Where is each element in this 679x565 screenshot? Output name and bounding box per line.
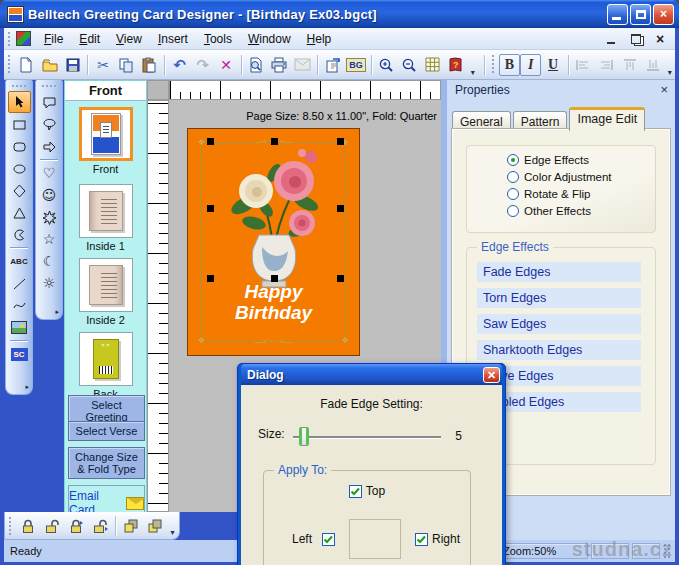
selection-handle-e[interactable] [337, 205, 344, 212]
format-toolbar-grip[interactable] [491, 54, 496, 74]
checkbox-left-box[interactable] [322, 533, 335, 546]
italic-button[interactable]: I [520, 54, 541, 76]
child-minimize-button[interactable] [605, 33, 619, 45]
change-size-fold-button[interactable]: Change Size & Fold Type [68, 447, 145, 479]
palette1-overflow-chevron[interactable]: ▸ [25, 381, 29, 394]
effect-saw-edges[interactable]: Saw Edges [477, 314, 641, 334]
menu-tools[interactable]: Tools [196, 29, 240, 49]
menu-help[interactable]: Help [299, 29, 340, 49]
size-slider[interactable] [293, 436, 441, 438]
toolbar-grip[interactable] [7, 54, 12, 74]
underline-button[interactable]: U [541, 53, 564, 77]
rounded-rectangle-tool[interactable] [8, 135, 31, 157]
radio-edge-effects[interactable]: Edge Effects [507, 154, 655, 166]
lock-icon[interactable] [16, 514, 40, 538]
properties-close-icon[interactable]: × [660, 82, 668, 97]
bold-button[interactable]: B [499, 54, 520, 76]
selection-handle-ne[interactable] [337, 138, 344, 145]
star-tool[interactable]: ☆ [38, 228, 61, 250]
heart-tool[interactable]: ♡ [38, 162, 61, 184]
align-right-icon[interactable] [595, 53, 618, 77]
help-button[interactable]: ? [444, 53, 467, 77]
arrow-right-tool[interactable] [38, 135, 61, 157]
grid-button[interactable] [421, 53, 444, 77]
page-thumb-inside1[interactable]: Inside 1 [65, 184, 146, 252]
selection-handle-nw[interactable] [207, 138, 214, 145]
tab-image-edit[interactable]: Image Edit [569, 107, 645, 131]
menu-window[interactable]: Window [240, 29, 299, 49]
save-button[interactable] [61, 53, 84, 77]
smiley-tool[interactable]: ☺ [38, 184, 61, 206]
line-tool[interactable] [8, 272, 31, 294]
format-toolbar-overflow-chevron[interactable]: ▾ [664, 68, 675, 79]
effect-fade-edges[interactable]: Fade Edges [477, 262, 641, 282]
align-left-icon[interactable] [572, 53, 595, 77]
print-button[interactable] [268, 53, 291, 77]
selection-handle-n[interactable] [271, 138, 278, 145]
radio-icon-other-effects[interactable] [507, 205, 519, 217]
minimize-button[interactable] [607, 4, 628, 25]
menu-view[interactable]: View [108, 29, 150, 49]
child-close-button[interactable]: × [653, 33, 667, 45]
bring-to-front-icon[interactable] [119, 514, 143, 538]
curve-tool[interactable] [8, 294, 31, 316]
menu-insert[interactable]: Insert [150, 29, 196, 49]
cut-button[interactable]: ✂ [91, 53, 114, 77]
radio-rotate-flip[interactable]: Rotate & Flip [507, 188, 655, 200]
page-thumb-inside2[interactable]: Inside 2 [65, 258, 146, 326]
menubar-grip[interactable] [7, 31, 12, 46]
effect-sharktooth-edges[interactable]: Sharktooth Edges [477, 340, 641, 360]
diamond-tool[interactable] [8, 179, 31, 201]
open-button[interactable] [38, 53, 61, 77]
radio-icon-edge-effects[interactable] [507, 154, 519, 166]
text-tool[interactable]: ABC [8, 250, 31, 272]
page-properties-button[interactable] [321, 53, 344, 77]
burst-tool[interactable] [38, 206, 61, 228]
palette2-grip[interactable] [41, 84, 57, 88]
redo-button[interactable]: ↷ [191, 53, 214, 77]
sun-tool[interactable]: ☼ [38, 272, 61, 294]
page-thumb-back[interactable]: Back [65, 332, 146, 400]
thought-bubble-tool[interactable] [38, 113, 61, 135]
dialog-close-button[interactable]: ✕ [483, 367, 500, 383]
ellipse-tool[interactable] [8, 157, 31, 179]
size-slider-thumb[interactable] [299, 427, 309, 446]
flower-vase-image[interactable] [214, 143, 334, 293]
checkbox-top[interactable]: Top [264, 484, 470, 498]
dialog-title-bar[interactable]: Dialog ✕ [241, 364, 502, 385]
triangle-tool[interactable] [8, 201, 31, 223]
picture-tool[interactable] [8, 316, 31, 338]
radio-other-effects[interactable]: Other Effects [507, 205, 655, 217]
toolbar-overflow-chevron[interactable]: ▾ [467, 68, 478, 79]
effect-torn-edges[interactable]: Torn Edges [477, 288, 641, 308]
checkbox-right-box[interactable] [415, 533, 428, 546]
child-restore-button[interactable] [629, 33, 643, 45]
card-front-page[interactable]: ❖ ❖ ❖ ❖ —« ⋯ »— —« ⋯ »— [187, 128, 360, 356]
background-button[interactable]: BG [344, 53, 367, 77]
selection-handle-w[interactable] [207, 205, 214, 212]
speech-bubble-tool[interactable] [38, 91, 61, 113]
moon-tool[interactable]: ☾ [38, 250, 61, 272]
menu-edit[interactable]: Edit [71, 29, 108, 49]
close-button[interactable]: × [653, 4, 674, 25]
new-button[interactable] [15, 53, 38, 77]
checkbox-left[interactable]: Left [292, 532, 335, 546]
zoom-out-button[interactable] [398, 53, 421, 77]
print-preview-button[interactable] [245, 53, 268, 77]
arrange-toolbar-overflow-chevron[interactable]: ▾ [167, 528, 178, 539]
align-top-icon[interactable] [618, 53, 641, 77]
smartclip-tool[interactable]: SC [8, 343, 31, 365]
maximize-button[interactable] [630, 4, 651, 25]
checkbox-top-box[interactable] [349, 485, 362, 498]
unlock-all-icon[interactable] [88, 514, 112, 538]
undo-button[interactable]: ↶ [168, 53, 191, 77]
select-verse-button[interactable]: Select Verse [68, 421, 145, 441]
email-button[interactable] [291, 53, 314, 77]
radio-color-adjustment[interactable]: Color Adjustment [507, 171, 655, 183]
arc-shape-tool[interactable] [8, 223, 31, 245]
radio-icon-rotate-flip[interactable] [507, 188, 519, 200]
palette2-overflow-chevron[interactable]: ▸ [55, 306, 59, 319]
delete-button[interactable]: ✕ [214, 53, 237, 77]
menu-file[interactable]: File [36, 29, 71, 49]
palette-grip[interactable] [11, 84, 27, 88]
